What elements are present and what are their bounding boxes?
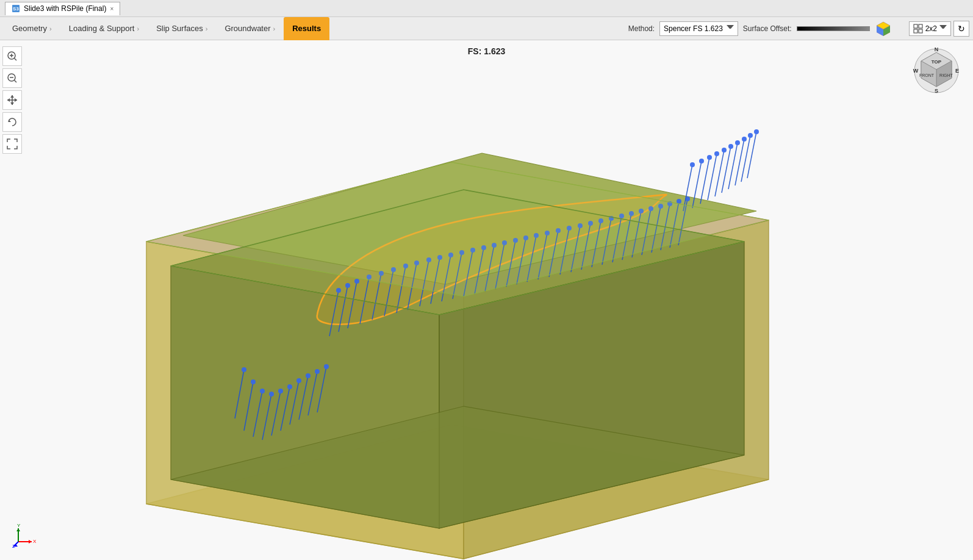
- nav-cube[interactable]: TOP RIGHT FRONT N S W E: [912, 46, 961, 95]
- svg-point-63: [269, 392, 274, 397]
- nav-bar: Geometry › Loading & Support › Slip Surf…: [0, 17, 973, 40]
- nav-groundwater-label: Groundwater: [224, 24, 270, 33]
- svg-rect-7: [914, 24, 917, 28]
- svg-point-57: [242, 367, 246, 372]
- svg-point-65: [278, 389, 283, 393]
- scene-svg: [0, 40, 973, 560]
- svg-text:W: W: [913, 68, 919, 74]
- viewport: FS: 1.623 TOP RIGHT FRONT N S W E: [0, 40, 973, 560]
- pan-button[interactable]: [2, 90, 22, 110]
- zoom-out-button[interactable]: [2, 68, 22, 88]
- title-bar: S3 Slide3 with RSPile (Final) ×: [0, 0, 973, 17]
- svg-marker-40: [16, 528, 20, 531]
- svg-point-77: [336, 288, 341, 293]
- nav-geometry[interactable]: Geometry ›: [4, 17, 60, 40]
- fit-icon: [7, 138, 18, 149]
- svg-marker-22: [7, 98, 10, 102]
- method-dropdown-arrow-icon: [727, 25, 734, 32]
- left-toolbar: [2, 46, 22, 154]
- nav-loading-arrow: ›: [137, 25, 139, 32]
- nav-results-label: Results: [292, 24, 321, 33]
- svg-text:Y: Y: [17, 523, 21, 528]
- pan-icon: [7, 95, 18, 106]
- method-select[interactable]: Spencer FS 1.623: [659, 21, 738, 36]
- svg-point-153: [722, 148, 727, 153]
- nav-geometry-label: Geometry: [12, 24, 47, 33]
- svg-line-14: [15, 59, 17, 61]
- fit-to-window-button[interactable]: [2, 134, 22, 154]
- right-tools: 2x2 ↻: [909, 21, 969, 37]
- svg-point-75: [324, 364, 329, 369]
- svg-text:E: E: [955, 68, 959, 74]
- svg-marker-23: [15, 98, 17, 102]
- nav-loading-support-label: Loading & Support: [69, 24, 135, 33]
- nav-slip-surfaces-label: Slip Surfaces: [156, 24, 203, 33]
- svg-point-163: [754, 129, 759, 134]
- svg-point-61: [260, 389, 265, 393]
- svg-text:RIGHT: RIGHT: [939, 73, 953, 77]
- nav-slip-surfaces[interactable]: Slip Surfaces ›: [148, 17, 216, 40]
- svg-point-79: [345, 283, 350, 288]
- svg-point-155: [728, 144, 733, 149]
- svg-point-161: [748, 133, 753, 138]
- grid-icon: [913, 24, 923, 34]
- svg-text:TOP: TOP: [932, 59, 942, 65]
- svg-point-71: [306, 373, 311, 378]
- rotate-icon: [7, 117, 18, 127]
- tab-icon: S3: [12, 4, 20, 13]
- tab-close-button[interactable]: ×: [110, 5, 113, 12]
- nav-cube-svg: TOP RIGHT FRONT N S W E: [912, 46, 961, 95]
- tab-title: Slide3 with RSPile (Final): [24, 4, 106, 13]
- fs-label: FS: 1.623: [468, 46, 505, 56]
- axes-svg: X Y Z: [12, 523, 37, 548]
- svg-rect-10: [919, 29, 922, 33]
- svg-point-73: [315, 369, 320, 374]
- svg-point-69: [296, 378, 301, 383]
- svg-marker-24: [9, 120, 11, 122]
- surface-offset-bar[interactable]: [797, 26, 870, 31]
- zoom-out-icon: [7, 73, 18, 84]
- svg-line-17: [15, 81, 17, 83]
- svg-point-145: [690, 162, 695, 167]
- nav-loading-support[interactable]: Loading & Support ›: [60, 17, 148, 40]
- method-label: Method:: [628, 24, 655, 33]
- svg-point-151: [714, 151, 719, 156]
- svg-point-149: [707, 155, 712, 160]
- zoom-in-icon: [7, 51, 18, 62]
- svg-text:S: S: [935, 88, 938, 94]
- method-bar: Method: Spencer FS 1.623 Surface Offset:: [628, 20, 969, 37]
- color-cube-icon[interactable]: [875, 20, 892, 37]
- svg-text:Z: Z: [12, 544, 15, 548]
- svg-text:N: N: [935, 46, 939, 52]
- rotate-button[interactable]: [2, 112, 22, 132]
- nav-groundwater[interactable]: Groundwater ›: [216, 17, 284, 40]
- axes-indicator: X Y Z: [12, 523, 37, 548]
- nav-slip-arrow: ›: [206, 25, 208, 32]
- svg-text:FRONT: FRONT: [919, 73, 935, 77]
- view-dropdown-arrow-icon: [939, 25, 947, 32]
- zoom-in-button[interactable]: [2, 46, 22, 66]
- surface-offset-label: Surface Offset:: [743, 24, 792, 33]
- svg-point-67: [287, 384, 292, 389]
- nav-results[interactable]: Results: [284, 17, 329, 40]
- svg-rect-8: [919, 24, 922, 28]
- svg-text:X: X: [33, 539, 37, 544]
- svg-point-147: [699, 159, 704, 163]
- svg-point-159: [742, 137, 747, 142]
- svg-point-81: [354, 279, 359, 284]
- nav-groundwater-arrow: ›: [273, 25, 276, 32]
- svg-marker-20: [10, 95, 14, 98]
- document-tab[interactable]: S3 Slide3 with RSPile (Final) ×: [5, 2, 120, 15]
- svg-marker-38: [29, 540, 32, 544]
- svg-text:S3: S3: [13, 6, 19, 12]
- svg-point-59: [251, 379, 256, 384]
- svg-rect-9: [914, 29, 917, 33]
- nav-geometry-arrow: ›: [49, 25, 52, 32]
- view-label: 2x2: [925, 24, 937, 33]
- svg-point-141: [677, 199, 681, 204]
- method-value: Spencer FS 1.623: [664, 24, 723, 33]
- refresh-button[interactable]: ↻: [953, 21, 969, 37]
- svg-point-157: [735, 140, 740, 145]
- svg-marker-21: [10, 102, 14, 105]
- view-select[interactable]: 2x2: [909, 21, 951, 36]
